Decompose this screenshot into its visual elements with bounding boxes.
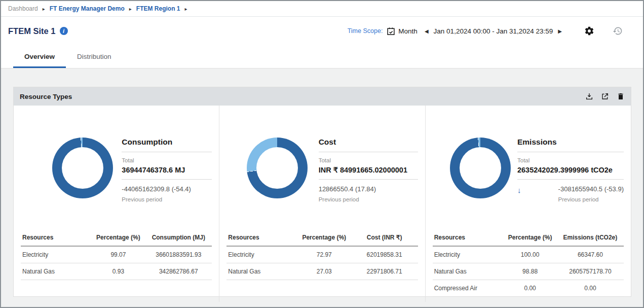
delete-trash-icon[interactable]: [617, 92, 625, 100]
emissions-panel: Emissions Total 2635242029.3999996 tCO2e…: [425, 106, 631, 302]
table-row: Electricity72.9762019858.31: [226, 246, 418, 263]
open-in-new-icon[interactable]: [601, 92, 609, 100]
breadcrumb-ft-energy-manager-demo[interactable]: FT Energy Manager Demo: [50, 5, 125, 12]
table-cell: Natural Gas: [226, 263, 297, 280]
content-area: Resource Types: [1, 69, 643, 307]
page-title: FTEM Site 1: [8, 26, 56, 36]
previous-period-label: Previous period: [319, 196, 418, 202]
table-header-cell: Resources: [433, 231, 504, 246]
emissions-title: Emissions: [517, 138, 624, 147]
emissions-donut-chart[interactable]: [450, 138, 511, 198]
resource-types-card: Resource Types: [13, 87, 631, 297]
breadcrumb-ftem-region-1[interactable]: FTEM Region 1: [136, 5, 180, 12]
table-header-cell: Percentage (%): [92, 231, 145, 246]
table-header-row: ResourcesPercentage (%)Cost (INR ₹): [226, 231, 418, 246]
history-refresh-icon[interactable]: [613, 26, 623, 36]
consumption-table: ResourcesPercentage (%)Consumption (MJ) …: [21, 231, 212, 280]
consumption-donut-chart[interactable]: [52, 138, 113, 198]
table-cell: 100.00: [503, 246, 557, 263]
card-title: Resource Types: [20, 93, 72, 100]
table-header-cell: Resources: [226, 231, 297, 246]
consumption-total-value: 36944746378.6 MJ: [122, 166, 212, 174]
tab-overview[interactable]: Overview: [13, 45, 66, 68]
table-row: Electricity99.0736601883591.93: [21, 246, 212, 263]
table-header-row: ResourcesPercentage (%)Emissions (tCO2e): [433, 231, 624, 246]
breadcrumb-arrow-icon: ▸: [184, 6, 187, 12]
table-cell: 36601883591.93: [145, 246, 212, 263]
period-selector[interactable]: Month: [398, 27, 418, 35]
previous-period-button[interactable]: ◀: [423, 27, 431, 35]
down-arrow-icon: ↓: [517, 186, 521, 194]
table-header-cell: Percentage (%): [297, 231, 351, 246]
table-cell: 22971806.71: [351, 263, 418, 280]
table-row: Natural Gas98.882605757178.70: [433, 263, 624, 280]
total-label: Total: [122, 157, 212, 163]
total-label: Total: [319, 157, 418, 163]
table-cell: 27.03: [297, 263, 351, 280]
cost-table: ResourcesPercentage (%)Cost (INR ₹) Elec…: [226, 231, 418, 280]
table-cell: 98.88: [503, 263, 557, 280]
table-cell: Natural Gas: [21, 263, 92, 280]
download-icon[interactable]: [585, 92, 593, 100]
settings-gear-icon[interactable]: [584, 26, 594, 36]
table-cell: 0.00: [557, 280, 624, 297]
divider: [122, 179, 212, 180]
table-header-cell: Percentage (%): [503, 231, 557, 246]
table-header-cell: Cost (INR ₹): [351, 231, 418, 246]
table-cell: 62019858.31: [351, 246, 418, 263]
breadcrumb-arrow-icon: ▸: [129, 6, 132, 12]
cost-panel: Cost Total INR ₹ 84991665.02000001 12866…: [219, 106, 425, 302]
breadcrumb-arrow-icon: ▸: [43, 6, 45, 12]
table-row: Electricity100.0066347.60: [433, 246, 624, 263]
table-cell: Compressed Air: [433, 280, 504, 297]
total-label: Total: [517, 157, 624, 163]
table-row: Natural Gas0.93342862786.67: [21, 263, 212, 280]
cost-donut-chart[interactable]: [247, 138, 308, 198]
table-cell: Natural Gas: [433, 263, 504, 280]
divider: [319, 152, 418, 152]
tab-bar: Overview Distribution: [1, 45, 643, 69]
cost-total-value: INR ₹ 84991665.02000001: [319, 166, 418, 174]
consumption-previous-delta: -44065162309.8 (-54.4): [122, 185, 212, 193]
card-body: Consumption Total 36944746378.6 MJ -4406…: [14, 106, 631, 302]
app-window: Dashboard ▸ FT Energy Manager Demo ▸ FTE…: [0, 0, 644, 308]
previous-period-label: Previous period: [122, 196, 212, 202]
info-icon[interactable]: i: [60, 27, 68, 35]
tab-distribution[interactable]: Distribution: [66, 45, 123, 68]
table-cell: 72.97: [297, 246, 351, 263]
table-cell: Electricity: [21, 246, 92, 263]
card-header: Resource Types: [14, 87, 631, 106]
breadcrumb-dashboard[interactable]: Dashboard: [8, 5, 38, 12]
table-cell: 0.00: [503, 280, 557, 297]
emissions-previous-delta: -3081655940.5 (-53.9): [558, 185, 624, 193]
table-header-row: ResourcesPercentage (%)Consumption (MJ): [21, 231, 212, 246]
emissions-total-value: 2635242029.3999996 tCO2e: [517, 166, 624, 174]
consumption-panel: Consumption Total 36944746378.6 MJ -4406…: [14, 106, 219, 302]
page-header: FTEM Site 1 i Time Scope: Month ◀ Jan 01…: [1, 17, 643, 45]
table-cell: 66347.60: [557, 246, 624, 263]
divider: [517, 179, 624, 180]
table-header-cell: Consumption (MJ): [145, 231, 212, 246]
table-cell: Electricity: [433, 246, 504, 263]
breadcrumb: Dashboard ▸ FT Energy Manager Demo ▸ FTE…: [1, 1, 643, 17]
table-row: Natural Gas27.0322971806.71: [226, 263, 418, 280]
calendar-icon[interactable]: [387, 27, 395, 36]
table-cell: 342862786.67: [145, 263, 212, 280]
table-header-cell: Emissions (tCO2e): [557, 231, 624, 246]
previous-period-label: Previous period: [558, 196, 624, 202]
table-cell: Electricity: [226, 246, 297, 263]
card-actions: [585, 92, 625, 100]
cost-title: Cost: [319, 138, 418, 147]
divider: [319, 179, 418, 180]
table-cell: 99.07: [92, 246, 145, 263]
table-cell: 0.93: [92, 263, 145, 280]
time-scope-label: Time Scope:: [348, 27, 383, 35]
time-scope-controls: Time Scope: Month ◀ Jan 01,2024 00:00 - …: [348, 26, 623, 36]
table-header-cell: Resources: [21, 231, 92, 246]
date-range-text: Jan 01,2024 00:00 - Jan 31,2024 23:59: [434, 27, 553, 35]
table-row: Compressed Air0.000.00: [433, 280, 624, 297]
emissions-table: ResourcesPercentage (%)Emissions (tCO2e)…: [433, 231, 624, 297]
next-period-button[interactable]: ▶: [556, 27, 564, 35]
cost-previous-delta: 12866550.4 (17.84): [319, 185, 418, 193]
divider: [517, 152, 624, 152]
